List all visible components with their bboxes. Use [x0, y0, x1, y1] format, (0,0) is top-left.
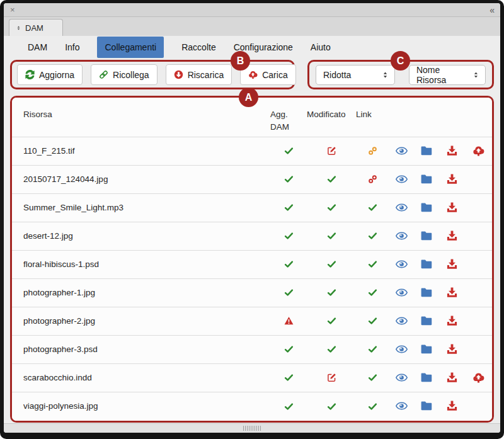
table-row: scarabocchio.indd — [12, 363, 492, 392]
reveal-folder-icon[interactable] — [421, 287, 433, 299]
check-icon — [284, 288, 294, 297]
reveal-folder-icon[interactable] — [421, 145, 433, 157]
panel-tab-label: DAM — [25, 23, 43, 33]
column-header-modificato: Modificato — [307, 98, 356, 137]
annotation-badge-a: A — [239, 88, 258, 107]
resources-table-wrap: Risorsa Agg. DAM Modificato Link 110_F_2… — [12, 98, 492, 421]
check-icon — [368, 402, 377, 411]
preview-icon[interactable] — [396, 230, 408, 242]
view-options-group: C Ridotta Nome Risorsa — [307, 60, 494, 89]
download-icon[interactable] — [446, 372, 458, 384]
preview-icon[interactable] — [396, 400, 408, 412]
table-row: Summer_Smile_Light.mp3 — [12, 193, 492, 222]
column-header-link: Link — [356, 98, 389, 137]
table-row: floral-hibiscus-1.psd — [12, 250, 492, 278]
check-icon — [284, 203, 294, 212]
table-row: 110_F_215.tif — [12, 137, 492, 165]
download-icon[interactable] — [446, 343, 458, 355]
reveal-folder-icon[interactable] — [421, 173, 433, 185]
download-icon[interactable] — [446, 230, 458, 242]
annotation-badge-c: C — [391, 51, 410, 71]
upload-icon[interactable] — [472, 145, 484, 157]
plugin-nav-tabs: DAM Info Collegamenti Raccolte Configura… — [10, 36, 494, 59]
column-header-risorsa: Risorsa — [12, 98, 270, 137]
ricollega-button[interactable]: Ricollega — [91, 64, 158, 85]
reveal-folder-icon[interactable] — [421, 202, 433, 214]
reveal-folder-icon[interactable] — [421, 343, 433, 355]
check-icon — [327, 203, 336, 212]
collapse-panel-icon[interactable]: « — [490, 6, 494, 14]
download-icon[interactable] — [446, 400, 458, 412]
carica-button[interactable]: Carica — [240, 64, 295, 85]
dam-panel-tab[interactable]: DAM — [9, 19, 63, 36]
aggiorna-button[interactable]: Aggiorna — [17, 64, 83, 85]
check-icon — [327, 174, 336, 184]
resources-table: Risorsa Agg. DAM Modificato Link 110_F_2… — [12, 98, 492, 420]
download-icon[interactable] — [446, 258, 458, 270]
check-icon — [368, 373, 377, 382]
riscarica-button[interactable]: Riscarica — [166, 64, 232, 85]
download-icon[interactable] — [446, 173, 458, 185]
resource-name: scarabocchio.indd — [12, 363, 270, 392]
check-icon — [284, 231, 294, 241]
button-label: Aggiorna — [39, 70, 74, 80]
preview-icon[interactable] — [396, 372, 408, 384]
resource-name: Summer_Smile_Light.mp3 — [12, 193, 270, 222]
tab-aiuto[interactable]: Aiuto — [311, 42, 331, 52]
resource-name: photographer-3.psd — [12, 335, 270, 363]
check-icon — [327, 288, 336, 297]
controls-row: B Aggiorna Ricollega Riscarica — [10, 60, 494, 89]
check-icon — [327, 402, 336, 411]
check-icon — [284, 146, 294, 156]
reveal-folder-icon[interactable] — [421, 230, 433, 242]
preview-icon[interactable] — [396, 258, 408, 270]
check-icon — [368, 259, 377, 269]
check-icon — [368, 345, 377, 354]
title-strip: × « — [4, 3, 500, 17]
reveal-folder-icon[interactable] — [421, 372, 433, 384]
resource-name: desert-12.jpg — [12, 222, 270, 250]
actions-toolbar-group: B Aggiorna Ricollega Riscarica — [10, 60, 295, 89]
download-icon[interactable] — [446, 202, 458, 214]
preview-icon[interactable] — [396, 287, 408, 299]
check-icon — [327, 259, 336, 269]
resource-name: 20150717_124044.jpg — [12, 165, 270, 193]
button-label: Carica — [262, 70, 287, 80]
reveal-folder-icon[interactable] — [421, 315, 433, 327]
resource-name: floral-hibiscus-1.psd — [12, 250, 270, 278]
broken-link-icon — [368, 146, 377, 156]
reveal-folder-icon[interactable] — [421, 258, 433, 270]
tab-dam[interactable]: DAM — [28, 42, 47, 52]
button-label: Ricollega — [113, 70, 149, 80]
preview-icon[interactable] — [396, 173, 408, 185]
thumbnail-size-select[interactable]: Ridotta — [316, 65, 395, 85]
resource-name: viaggi-polynesia.jpg — [12, 392, 270, 420]
status-bar — [4, 423, 500, 433]
close-icon[interactable]: × — [10, 6, 15, 14]
arrow-circle-down-icon — [174, 70, 183, 79]
preview-icon[interactable] — [396, 202, 408, 214]
tab-info[interactable]: Info — [65, 42, 79, 52]
check-icon — [368, 316, 377, 326]
download-icon[interactable] — [446, 145, 458, 157]
panel-window: × « DAM DAM Info Collegamenti Raccolte C… — [0, 0, 504, 439]
table-row: viaggi-polynesia.jpg — [12, 392, 492, 420]
tab-raccolte[interactable]: Raccolte — [181, 42, 215, 52]
check-icon — [284, 259, 294, 269]
preview-icon[interactable] — [396, 145, 408, 157]
broken-link-icon — [368, 174, 377, 184]
resource-name: photographer-1.jpg — [12, 278, 270, 307]
download-icon[interactable] — [446, 287, 458, 299]
reveal-folder-icon[interactable] — [421, 400, 433, 412]
resize-grip[interactable] — [243, 426, 261, 431]
table-row: photographer-1.jpg — [12, 278, 492, 307]
preview-icon[interactable] — [396, 343, 408, 355]
caret-updown-icon — [472, 71, 480, 79]
tab-collegamenti[interactable]: Collegamenti — [97, 37, 164, 58]
sort-by-select[interactable]: Nome Risorsa — [409, 65, 486, 85]
annotation-badge-b: B — [231, 51, 250, 71]
table-row: 20150717_124044.jpg — [12, 165, 492, 193]
download-icon[interactable] — [446, 315, 458, 327]
preview-icon[interactable] — [396, 315, 408, 327]
upload-icon[interactable] — [472, 372, 484, 384]
